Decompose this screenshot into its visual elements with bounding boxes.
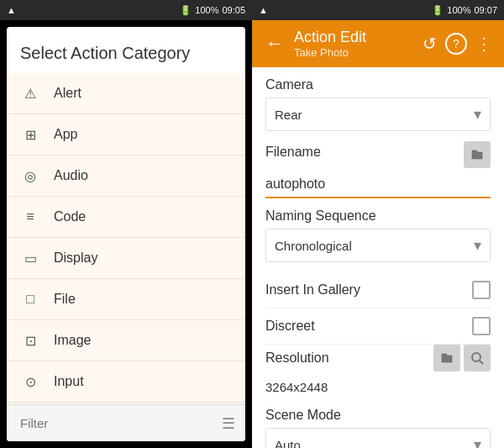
camera-dropdown-arrow: ▾ <box>474 105 481 124</box>
filename-input-row <box>265 173 491 198</box>
search-icon <box>470 351 484 365</box>
camera-dropdown[interactable]: Rear ▾ <box>265 98 491 131</box>
resolution-search-button[interactable] <box>464 345 491 372</box>
category-label-audio: Audio <box>54 168 88 183</box>
filename-input[interactable] <box>265 173 491 195</box>
left-time: 09:05 <box>222 5 245 15</box>
left-battery-text: 100% <box>195 5 218 15</box>
code-icon <box>20 207 40 227</box>
gallery-checkbox[interactable] <box>472 281 491 299</box>
help-button[interactable]: ? <box>445 33 467 55</box>
resolution-folder-button[interactable] <box>433 345 460 372</box>
left-battery-icon: 🔋 <box>180 5 192 16</box>
resolution-value: 3264x2448 <box>265 377 491 398</box>
header-title: Action Edit <box>294 29 417 46</box>
category-item-file[interactable]: File <box>7 279 245 320</box>
right-time: 09:07 <box>474 5 497 15</box>
alert-icon <box>20 83 40 103</box>
category-label-image: Image <box>54 333 91 348</box>
scene-value: Auto <box>275 438 301 449</box>
scene-dropdown[interactable]: Auto ▾ <box>265 428 491 448</box>
left-status-right: 🔋 100% 09:05 <box>180 5 245 16</box>
discreet-checkbox[interactable] <box>472 317 491 335</box>
camera-label: Camera <box>265 77 491 92</box>
input-icon <box>20 372 40 392</box>
scene-label: Scene Mode <box>265 408 491 423</box>
resolution-label-row: Resolution <box>265 345 491 372</box>
category-item-app[interactable]: App <box>7 114 245 155</box>
right-content: Camera Rear ▾ Filename Naming Sequ <box>252 67 504 448</box>
back-button[interactable]: ← <box>259 26 291 61</box>
category-item-code[interactable]: Code <box>7 197 245 238</box>
category-label-app: App <box>54 127 77 142</box>
app-header: ← Action Edit Take Photo ↺ ? ⋮ <box>252 20 504 67</box>
folder-icon <box>470 149 484 161</box>
filename-folder-button[interactable] <box>464 141 491 168</box>
more-button[interactable]: ⋮ <box>470 29 497 59</box>
category-label-input: Input <box>54 374 84 389</box>
left-status-bar: ▲ 🔋 100% 09:05 <box>0 0 252 20</box>
right-status-bar: ▲ 🔋 100% 09:07 <box>252 0 504 20</box>
category-item-alert[interactable]: Alert <box>7 73 245 114</box>
discreet-label: Discreet <box>265 319 315 334</box>
filter-list-icon: ☰ <box>218 411 239 436</box>
svg-point-0 <box>472 353 480 361</box>
naming-dropdown-arrow: ▾ <box>474 236 481 255</box>
category-label-display: Display <box>54 250 97 266</box>
category-label-file: File <box>54 292 76 307</box>
category-item-input[interactable]: Input <box>7 361 245 403</box>
gallery-label: Insert In Gallery <box>265 282 360 298</box>
resolution-section: Resolution 3264x2448 <box>265 345 491 398</box>
category-item-audio[interactable]: Audio <box>7 155 245 197</box>
scene-dropdown-arrow: ▾ <box>474 435 481 448</box>
undo-button[interactable]: ↺ <box>417 29 442 59</box>
left-signal-icon: ▲ <box>7 5 16 15</box>
naming-label: Naming Sequence <box>265 208 491 224</box>
panel-title: Select Action Category <box>7 27 245 73</box>
app-icon <box>20 124 40 145</box>
filter-bar: ☰ <box>7 404 245 441</box>
right-signal-icon: ▲ <box>259 5 268 15</box>
header-actions: ↺ ? ⋮ <box>417 29 497 59</box>
header-text: Action Edit Take Photo <box>294 29 417 59</box>
discreet-row: Discreet <box>265 308 491 345</box>
naming-dropdown[interactable]: Chronological ▾ <box>265 229 491 262</box>
right-status-left: ▲ <box>259 5 268 15</box>
display-icon <box>20 248 40 268</box>
naming-value: Chronological <box>275 239 352 253</box>
gallery-row: Insert In Gallery <box>265 272 491 308</box>
camera-value: Rear <box>275 108 302 122</box>
right-panel: ▲ 🔋 100% 09:07 ← Action Edit Take Photo … <box>252 0 504 448</box>
scene-section: Scene Mode Auto ▾ <box>265 408 491 448</box>
header-subtitle: Take Photo <box>294 46 417 59</box>
right-battery-text: 100% <box>447 5 470 15</box>
resolution-label: Resolution <box>265 350 430 366</box>
left-panel: ▲ 🔋 100% 09:05 Select Action Category Al… <box>0 0 252 448</box>
left-content: Select Action Category Alert App Audio C… <box>7 27 245 441</box>
left-status-left: ▲ <box>7 5 16 15</box>
filename-section: Filename <box>265 141 491 198</box>
file-icon <box>20 289 40 309</box>
category-list: Alert App Audio Code Display <box>7 73 245 404</box>
svg-line-1 <box>480 361 483 364</box>
right-battery-icon: 🔋 <box>432 5 444 16</box>
resolution-folder-icon <box>440 352 454 364</box>
filter-input[interactable] <box>13 413 218 434</box>
naming-section: Naming Sequence Chronological ▾ <box>265 208 491 262</box>
image-icon <box>20 330 40 350</box>
filename-label: Filename <box>265 145 321 160</box>
category-label-alert: Alert <box>54 86 81 101</box>
audio-icon <box>20 166 40 186</box>
category-item-display[interactable]: Display <box>7 238 245 279</box>
category-label-code: Code <box>54 209 86 224</box>
right-status-right: 🔋 100% 09:07 <box>432 5 497 16</box>
camera-section: Camera Rear ▾ <box>265 77 491 131</box>
category-item-image[interactable]: Image <box>7 320 245 361</box>
